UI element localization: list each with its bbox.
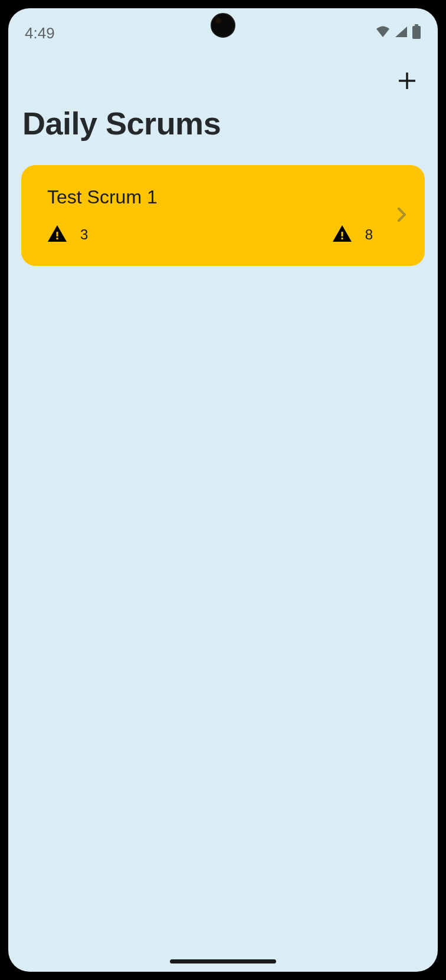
device-frame: 4:49 [0,0,446,980]
status-time: 4:49 [25,24,55,42]
add-button[interactable] [393,67,421,96]
warning-icon [47,225,67,245]
svg-rect-4 [57,232,58,236]
battery-icon [412,24,421,42]
header [8,44,438,101]
scrum-title: Test Scrum 1 [47,186,396,208]
content-area: Test Scrum 1 3 [8,165,438,266]
svg-rect-7 [341,238,343,239]
camera-notch [211,13,235,38]
svg-rect-1 [412,26,421,39]
svg-rect-5 [57,238,58,239]
wifi-icon [375,25,391,41]
svg-rect-6 [341,232,343,236]
stat-attendees-value: 3 [80,226,88,243]
warning-icon [332,225,352,245]
scrum-stats: 3 8 [47,225,396,245]
plus-icon [396,70,418,93]
stat-group-attendees: 3 [47,225,88,245]
page-title: Daily Scrums [8,101,438,165]
svg-rect-0 [415,24,418,26]
stat-group-duration: 8 [332,225,373,245]
screen: 4:49 [8,8,438,972]
status-icons [375,24,421,42]
scrum-card-body: Test Scrum 1 3 [47,186,396,245]
navigation-bar[interactable] [170,959,276,963]
scrum-card[interactable]: Test Scrum 1 3 [21,165,425,266]
stat-duration-value: 8 [365,226,373,243]
cell-signal-icon [394,25,408,41]
chevron-right-icon [396,206,407,225]
